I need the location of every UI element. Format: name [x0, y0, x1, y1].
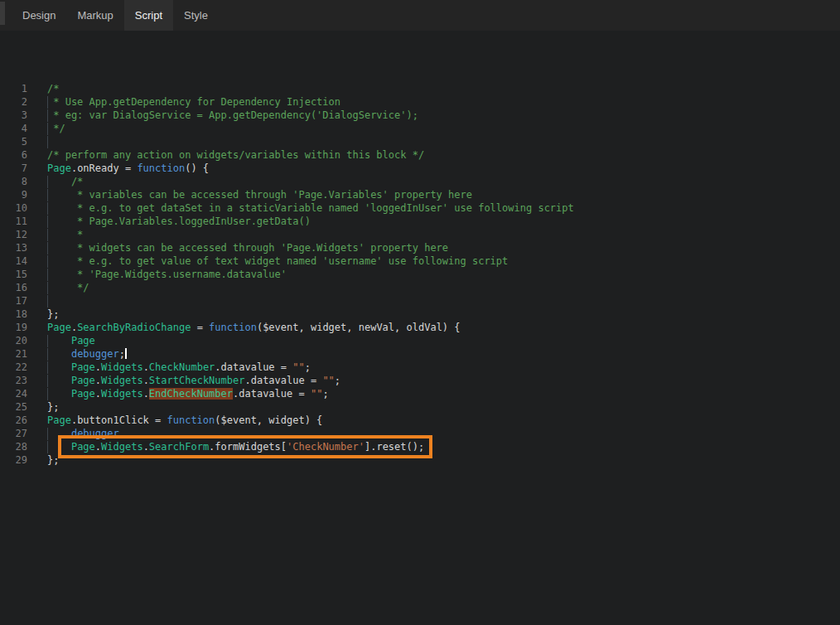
code-line[interactable]: 14 * e.g. to get value of text widget na… [0, 254, 840, 268]
indent-guide [47, 109, 48, 122]
token-pl: ; [305, 361, 311, 373]
tab-design[interactable]: Design [12, 0, 66, 31]
code-line[interactable]: 1/* [0, 82, 840, 95]
code-editor[interactable]: 1/*2 * Use App.getDependency for Depende… [0, 31, 840, 625]
code-line[interactable]: 28 Page.Widgets.SearchForm.formWidgets['… [0, 440, 840, 453]
token-pl: . [95, 441, 101, 453]
indent-guide [47, 348, 48, 361]
token-cm: * [47, 229, 83, 240]
token-id: SearchForm [149, 441, 209, 453]
token-id: Page [71, 335, 95, 346]
token-pl: ($event, widget, newVal, oldVal) { [257, 322, 461, 333]
line-number: 23 [0, 374, 27, 387]
token-cm: * e.g. to get dataSet in a staticVariabl… [47, 202, 574, 214]
code-line[interactable]: 27 debugger [0, 427, 840, 440]
code-line[interactable]: 16 */ [0, 281, 840, 294]
token-id: Page [71, 441, 95, 453]
code-lines: 1/*2 * Use App.getDependency for Depende… [0, 31, 840, 467]
code-line[interactable]: 5 [0, 135, 840, 148]
code-text: * 'Page.Widgets.username.datavalue' [47, 268, 840, 281]
text-cursor [125, 348, 127, 359]
line-number: 12 [0, 228, 27, 241]
line-number: 19 [0, 321, 27, 334]
code-text: Page.SearchByRadioChange = function($eve… [47, 321, 840, 334]
token-id: SearchByRadioChange [77, 322, 191, 333]
code-text: /* [47, 82, 840, 95]
code-line[interactable]: 10 * e.g. to get dataSet in a staticVari… [0, 201, 840, 215]
code-line[interactable]: 17 [0, 294, 840, 308]
code-text: Page.Widgets.SearchForm.formWidgets['Che… [47, 440, 840, 453]
token-pl: ($event, widget) { [215, 414, 322, 426]
code-text: debugger; [47, 347, 840, 361]
code-text: Page.Widgets.EndCheckNumber.datavalue = … [47, 387, 840, 400]
code-line[interactable]: 19Page.SearchByRadioChange = function($e… [0, 321, 840, 334]
indent-guide [47, 202, 48, 215]
line-number: 6 [0, 148, 27, 162]
token-cm: * e.g. to get value of text widget named… [47, 255, 508, 267]
code-line[interactable]: 25}; [0, 400, 840, 414]
tab-markup[interactable]: Markup [66, 0, 123, 31]
token-pl: ].reset(); [364, 441, 424, 453]
token-id: Page [71, 388, 95, 400]
code-line[interactable]: 23 Page.Widgets.StartCheckNumber.dataval… [0, 374, 840, 387]
indent-guide [47, 229, 48, 241]
code-line[interactable]: 3 * eg: var DialogService = App.getDepen… [0, 109, 840, 122]
code-line[interactable]: 26Page.button1Click = function($event, w… [0, 414, 840, 427]
token-pl: .datavalue = [233, 388, 311, 400]
token-str: "" [322, 375, 334, 386]
tab-script[interactable]: Script [124, 0, 173, 31]
token-pl: }; [47, 308, 59, 320]
code-line[interactable]: 4 */ [0, 122, 840, 135]
token-pl [47, 348, 71, 360]
token-pl: }; [47, 454, 59, 466]
code-text: }; [47, 400, 840, 414]
code-line[interactable]: 15 * 'Page.Widgets.username.datavalue' [0, 268, 840, 281]
code-text: /* perform any action on widgets/variabl… [47, 148, 840, 162]
token-pl: .button1Click = [71, 414, 167, 426]
token-pl [47, 361, 71, 373]
code-line[interactable]: 8 /* [0, 175, 840, 188]
token-kw: debugger [71, 428, 119, 439]
code-line[interactable]: 11 * Page.Variables.loggedInUser.getData… [0, 215, 840, 228]
token-pl: () { [185, 162, 209, 174]
line-number: 27 [0, 427, 27, 440]
tab-style[interactable]: Style [173, 0, 219, 31]
token-id: Widgets [101, 375, 143, 386]
panel-edge [0, 2, 5, 25]
token-cm: * eg: var DialogService = App.getDepende… [47, 109, 418, 121]
code-line[interactable]: 7Page.onReady = function() { [0, 162, 840, 175]
token-cm: * variables can be accessed through 'Pag… [47, 189, 472, 201]
code-text: * variables can be accessed through 'Pag… [47, 188, 840, 201]
token-cm: */ [47, 123, 65, 134]
code-text: * Page.Variables.loggedInUser.getData() [47, 215, 840, 228]
token-pl: ; [119, 348, 125, 360]
line-number: 11 [0, 215, 27, 228]
code-line[interactable]: 20 Page [0, 334, 840, 347]
line-number: 13 [0, 241, 27, 254]
token-hl: EndCheckNumber [149, 388, 233, 400]
code-line[interactable]: 9 * variables can be accessed through 'P… [0, 188, 840, 201]
code-line[interactable]: 6/* perform any action on widgets/variab… [0, 148, 840, 162]
line-number: 20 [0, 334, 27, 347]
code-line[interactable]: 12 * [0, 228, 840, 241]
code-text: Page.Widgets.StartCheckNumber.datavalue … [47, 374, 840, 387]
code-line[interactable]: 13 * widgets can be accessed through 'Pa… [0, 241, 840, 254]
code-text: Page.button1Click = function($event, wid… [47, 414, 840, 427]
line-number: 2 [0, 95, 27, 109]
code-line[interactable]: 24 Page.Widgets.EndCheckNumber.datavalue… [0, 387, 840, 400]
token-str: "" [311, 388, 322, 400]
token-str: 'CheckNumber' [287, 441, 364, 453]
code-line[interactable]: 22 Page.Widgets.CheckNumber.datavalue = … [0, 361, 840, 374]
code-line[interactable]: 2 * Use App.getDependency for Dependency… [0, 95, 840, 109]
token-cm: * 'Page.Widgets.username.datavalue' [47, 269, 287, 280]
code-line[interactable]: 29}; [0, 453, 840, 467]
code-line[interactable]: 18}; [0, 308, 840, 321]
code-line[interactable]: 21 debugger; [0, 347, 840, 361]
line-number: 28 [0, 440, 27, 453]
token-cm: * Page.Variables.loggedInUser.getData() [47, 216, 311, 227]
indent-guide [47, 176, 48, 188]
line-number: 16 [0, 281, 27, 294]
line-number: 7 [0, 162, 27, 175]
token-cm: /* [47, 83, 59, 94]
line-number: 24 [0, 387, 27, 400]
